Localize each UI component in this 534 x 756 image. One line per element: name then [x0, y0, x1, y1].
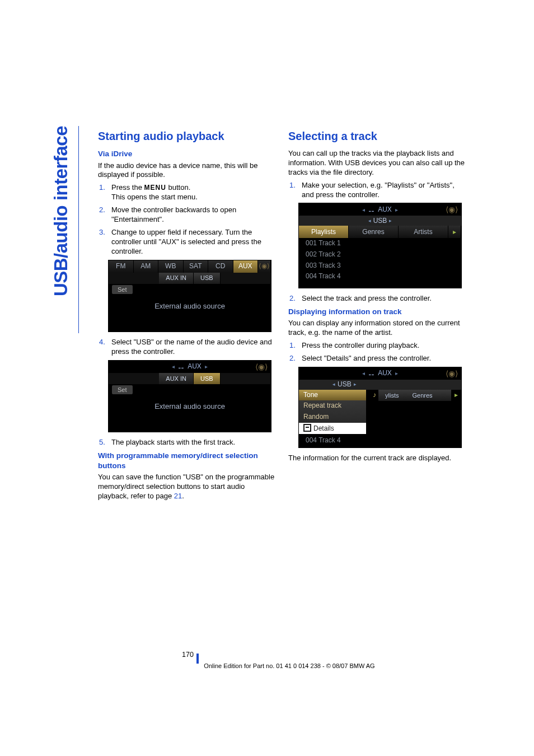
tab-genres: Genres [349, 226, 399, 238]
left-arrow-icon: ◂ [368, 218, 371, 225]
idrive-screenshot-details: ◂ ⚋ AUX ▸ ⟨◉⟩ ◂ USB ▸ Tone Repeat track … [298, 367, 462, 448]
music-note-icon: ♪ [366, 391, 378, 400]
tab-aux-selected: AUX [233, 260, 259, 273]
subtab-auxin: AUX IN [159, 273, 194, 284]
tab-cd: CD [208, 260, 233, 273]
idrive-screenshot-playlists: ◂ ⚋ AUX ▸ ⟨◉⟩ ◂ USB ▸ Playlists Genres A… [298, 203, 462, 288]
right-arrow-icon: ▸ [389, 218, 392, 225]
side-tab-label: USB/audio interface [50, 126, 72, 296]
topbar-details: ◂ ⚋ AUX ▸ ⟨◉⟩ [299, 367, 461, 380]
subtab-usb-selected: USB [194, 373, 221, 384]
tab-sat: SAT [184, 260, 209, 273]
left-column: Starting audio playback Via iDrive If th… [98, 129, 276, 505]
para-prog-memory: You can save the function "USB" on the p… [98, 473, 276, 501]
steps-via-idrive: Press the MENU button. This opens the st… [98, 183, 276, 256]
steps-continued: Select "USB" or the name of the audio de… [98, 338, 276, 357]
step-3: Change to upper field if necessary. Turn… [111, 228, 276, 256]
menu-right-pane: ♪ ylists Genres ▸ [366, 390, 461, 434]
steps-selecting-2: Select the track and press the controlle… [288, 294, 466, 304]
subheading-displaying-info: Displaying information on track [288, 307, 466, 317]
sel-step-1: Make your selection, e.g. "Playlists" or… [302, 181, 466, 200]
disp-step-2: Select "Details" and press the controlle… [302, 354, 466, 363]
external-audio-source-text: External audio source [109, 294, 271, 326]
para-callup-tracks: You can call up the tracks via the playb… [288, 149, 466, 178]
topbar: ◂ ⚋ AUX ▸ ⟨◉⟩ [109, 361, 271, 373]
menu-button-label: MENU [144, 184, 166, 192]
footer-bar-icon [196, 654, 199, 664]
track-list: 001 Track 1 002 Track 2 003 Track 3 004 … [299, 238, 461, 287]
subtab-usb: USB [194, 273, 221, 284]
tab-ylists: ylists [378, 390, 405, 401]
source-tab-row: FM AM WB SAT CD AUX ⟨◉⟩ [109, 260, 271, 273]
left-arrow-icon: ◂ [362, 370, 365, 377]
track-row: 001 Track 1 [299, 238, 461, 249]
aux-subtabs-2: AUX IN USB [109, 373, 271, 384]
play-arrow-icon: ▸ [451, 391, 461, 400]
step-5: The playback starts with the first track… [111, 438, 276, 447]
set-label-2: Set [112, 385, 133, 394]
right-arrow-icon: ▸ [205, 363, 208, 370]
right-arrow-icon: ▸ [395, 370, 398, 377]
footer: 170 Online Edition for Part no. 01 41 0 … [0, 651, 534, 669]
left-arrow-icon: ◂ [362, 206, 365, 213]
external-audio-source-text-2: External audio source [109, 394, 271, 426]
menu-tone: Tone [299, 390, 366, 401]
steps-display: Press the controller during playback. Se… [288, 341, 466, 363]
topbar-aux-label: AUX [188, 362, 202, 371]
options-menu: Tone Repeat track Random Details [299, 390, 366, 434]
idrive-screenshot-usb-selected: ◂ ⚋ AUX ▸ ⟨◉⟩ AUX IN USB Set External au… [108, 360, 271, 432]
right-column: Selecting a track You can call up the tr… [288, 129, 466, 505]
page: USB/audio interface Starting audio playb… [0, 0, 534, 756]
para-info-displayed: The information for the current track ar… [288, 454, 466, 463]
subheading-prog-memory: With programmable memory/direct selectio… [98, 451, 276, 470]
subbar-usb-2: ◂ USB ▸ [299, 380, 461, 390]
play-arrow-icon: ▸ [448, 226, 461, 238]
disp-step-1: Press the controller during playback. [302, 341, 466, 351]
set-label: Set [112, 285, 133, 294]
menu-random: Random [299, 412, 366, 423]
two-column-layout: Starting audio playback Via iDrive If th… [98, 129, 484, 505]
track-row: 003 Track 3 [299, 260, 461, 272]
aux-subtabs: AUX IN USB [109, 273, 271, 284]
step-1: Press the MENU button. This opens the st… [111, 183, 276, 202]
category-tabs: Playlists Genres Artists ▸ [299, 226, 461, 238]
sel-step-2: Select the track and press the controlle… [302, 294, 466, 304]
footer-copyright: Online Edition for Part no. 01 41 0 014 … [0, 662, 534, 669]
page-number: 170 [151, 651, 194, 659]
shot-body-2: Set External audio source [109, 384, 271, 432]
topbar-playlists: ◂ ⚋ AUX ▸ ⟨◉⟩ [299, 203, 461, 216]
gear-icon: ⟨◉⟩ [446, 368, 458, 379]
subtab-auxin-2: AUX IN [159, 373, 194, 384]
steps-continued-2: The playback starts with the first track… [98, 438, 276, 447]
idrive-screenshot-aux-tabs: FM AM WB SAT CD AUX ⟨◉⟩ AUX IN USB Set E… [108, 260, 271, 332]
tab-fm: FM [109, 260, 134, 273]
para-device-name: If the audio device has a device name, t… [98, 161, 276, 180]
right-arrow-icon: ▸ [395, 206, 398, 213]
track-row: 002 Track 2 [299, 249, 461, 260]
side-tab-line [78, 126, 79, 333]
tab-artists: Artists [399, 226, 448, 238]
tab-genres-2: Genres [405, 390, 451, 401]
subbar-usb-label: USB [373, 217, 387, 226]
gear-icon: ⟨◉⟩ [255, 362, 268, 372]
car-icon: ⚋ [368, 206, 374, 214]
gear-icon: ⟨◉⟩ [446, 204, 458, 214]
step-4: Select "USB" or the name of the audio de… [111, 338, 276, 357]
car-icon: ⚋ [368, 369, 374, 378]
subbar-usb-label-2: USB [338, 380, 352, 389]
para-display-info: You can display any information stored o… [288, 319, 466, 338]
details-body: Tone Repeat track Random Details ♪ ylist… [299, 390, 461, 434]
tab-playlists-selected: Playlists [299, 226, 349, 238]
menu-repeat: Repeat track [299, 400, 366, 412]
menu-details-selected: Details [299, 423, 366, 435]
subbar-usb: ◂ USB ▸ [299, 216, 461, 226]
heading-starting-audio: Starting audio playback [98, 129, 276, 143]
shot-body: Set External audio source [109, 284, 271, 332]
topbar-aux-label: AUX [378, 206, 392, 214]
steps-selecting: Make your selection, e.g. "Playlists" or… [288, 181, 466, 200]
track-row: 004 Track 4 [299, 271, 461, 282]
left-arrow-icon: ◂ [332, 381, 335, 388]
step-2: Move the controller backwards to open "E… [111, 206, 276, 225]
page-reference-21: 21 [174, 492, 182, 500]
left-arrow-icon: ◂ [172, 363, 175, 370]
